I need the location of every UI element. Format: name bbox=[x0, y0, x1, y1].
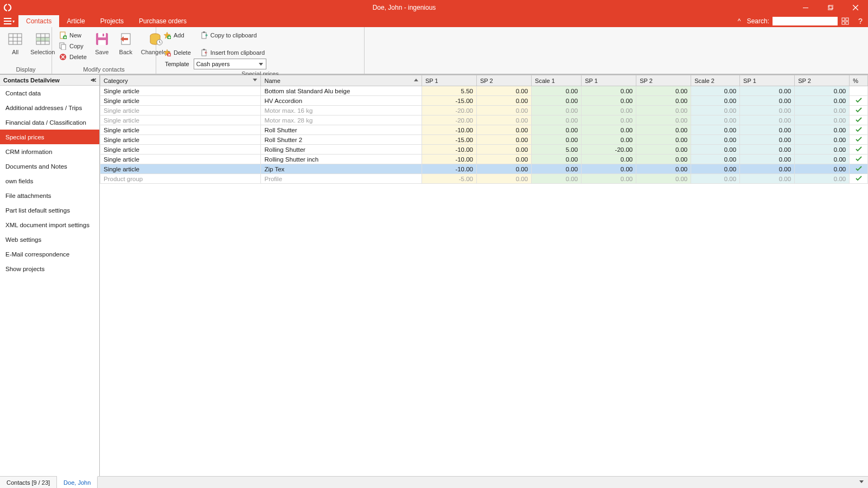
menu-tab-article[interactable]: Article bbox=[59, 15, 92, 27]
status-expand-button[interactable] bbox=[855, 477, 868, 488]
svg-rect-4 bbox=[829, 5, 833, 9]
sidebar-item-part-list-default-settings[interactable]: Part list default settings bbox=[0, 203, 99, 217]
menubar: ▾ ContactsArticleProjectsPurchase orders… bbox=[0, 15, 868, 27]
row-check-icon bbox=[850, 174, 868, 184]
new-button[interactable]: New bbox=[58, 30, 88, 40]
grid-header-0[interactable]: Category bbox=[100, 75, 261, 86]
sidebar-item-show-projects[interactable]: Show projects bbox=[0, 261, 99, 276]
svg-rect-14 bbox=[9, 34, 22, 44]
sidebar-item-special-prices[interactable]: Special prices bbox=[0, 130, 99, 144]
template-label: Template bbox=[165, 61, 189, 67]
window-close-button[interactable] bbox=[843, 0, 868, 15]
sidebar-item-e-mail-correspondence[interactable]: E-Mail correspondence bbox=[0, 247, 99, 261]
status-tab-1[interactable]: Doe, John bbox=[57, 476, 98, 488]
sidebar-item-file-attachments[interactable]: File attachments bbox=[0, 188, 99, 203]
table-row[interactable]: Single articleRolling Shutter-10.000.005… bbox=[100, 145, 868, 155]
svg-rect-35 bbox=[98, 33, 106, 37]
grid-header-10[interactable]: % bbox=[850, 75, 868, 86]
grid-header-6[interactable]: SP 2 bbox=[636, 75, 691, 86]
ribbon-group-display: All Selection Display bbox=[0, 27, 52, 74]
grid-header-7[interactable]: Scale 2 bbox=[691, 75, 740, 86]
template-select[interactable]: Cash payers bbox=[194, 59, 266, 69]
ribbon-group-special: Add Delete Copy to clipboard Insert from… bbox=[156, 27, 365, 74]
table-row[interactable]: Single articleRolling Shutter inch-10.00… bbox=[100, 155, 868, 164]
sidebar-item-crm-information[interactable]: CRM information bbox=[0, 144, 99, 159]
sidebar-item-xml-document-import-settings[interactable]: XML document import settings bbox=[0, 217, 99, 232]
table-row[interactable]: Single articleMotor max. 28 kg-20.000.00… bbox=[100, 115, 868, 125]
sidebar-item-financial-data-classification[interactable]: Financial data / Classification bbox=[0, 115, 99, 130]
window-restore-button[interactable] bbox=[818, 0, 843, 15]
svg-rect-37 bbox=[103, 34, 104, 36]
window-minimize-button[interactable] bbox=[793, 0, 818, 15]
svg-marker-55 bbox=[859, 480, 864, 483]
table-row[interactable]: Single articleRoll Shutter-10.000.000.00… bbox=[100, 125, 868, 135]
row-check-icon bbox=[850, 115, 868, 125]
row-check-icon bbox=[850, 125, 868, 135]
svg-rect-20 bbox=[36, 37, 49, 41]
app-logo bbox=[0, 0, 15, 15]
sidebar-item-web-settings[interactable]: Web settings bbox=[0, 232, 99, 247]
search-input[interactable] bbox=[773, 17, 838, 25]
table-row[interactable]: Product groupProfile-5.000.000.000.000.0… bbox=[100, 174, 868, 184]
table-row[interactable]: Single articleHV Accordion-15.000.000.00… bbox=[100, 96, 868, 106]
status-tab-0[interactable]: Contacts [9 / 23] bbox=[0, 477, 57, 488]
content-area: Contacts Detailview ≪ Contact dataAdditi… bbox=[0, 75, 868, 476]
sidebar: Contacts Detailview ≪ Contact dataAdditi… bbox=[0, 75, 100, 476]
svg-rect-9 bbox=[4, 23, 11, 24]
add-icon bbox=[163, 31, 171, 40]
help-button[interactable]: ? bbox=[853, 15, 868, 27]
svg-rect-10 bbox=[842, 18, 845, 21]
insert-clipboard-button[interactable]: Insert from clipboard bbox=[199, 48, 266, 57]
grid-header-1[interactable]: Name bbox=[261, 75, 422, 86]
back-button[interactable]: Back bbox=[114, 29, 138, 56]
menu-tab-contacts[interactable]: Contacts bbox=[18, 15, 59, 27]
save-icon bbox=[93, 30, 111, 48]
copy-button[interactable]: Copy bbox=[58, 41, 88, 51]
sidebar-item-own-fields[interactable]: own fields bbox=[0, 174, 99, 188]
sidebar-item-documents-and-notes[interactable]: Documents and Notes bbox=[0, 159, 99, 174]
grid-header-5[interactable]: SP 1 bbox=[582, 75, 636, 86]
display-all-button[interactable]: All bbox=[3, 29, 27, 56]
delete-button[interactable]: Delete bbox=[58, 52, 88, 62]
special-prices-grid[interactable]: CategoryNameSP 1SP 2Scale 1SP 1SP 2Scale… bbox=[100, 75, 868, 184]
special-delete-button[interactable]: Delete bbox=[162, 48, 192, 57]
window-title: Doe, John - ingenious bbox=[15, 4, 793, 11]
menu-tab-purchase-orders[interactable]: Purchase orders bbox=[131, 15, 194, 27]
copy-clipboard-button[interactable]: Copy to clipboard bbox=[199, 30, 266, 40]
new-icon bbox=[59, 31, 67, 40]
add-button[interactable]: Add bbox=[162, 30, 192, 40]
grid-icon bbox=[7, 30, 24, 48]
grid-header-2[interactable]: SP 1 bbox=[422, 75, 476, 86]
delete-star-icon bbox=[163, 48, 171, 57]
table-row[interactable]: Single articleMotor max. 16 kg-20.000.00… bbox=[100, 106, 868, 115]
svg-rect-2 bbox=[803, 8, 808, 8]
row-check-icon bbox=[850, 164, 868, 174]
titlebar: Doe, John - ingenious bbox=[0, 0, 868, 15]
grid-header-9[interactable]: SP 2 bbox=[795, 75, 850, 86]
row-check-icon bbox=[850, 135, 868, 145]
svg-rect-1 bbox=[7, 4, 8, 11]
svg-rect-11 bbox=[846, 18, 848, 21]
grid-header-3[interactable]: SP 2 bbox=[477, 75, 532, 86]
clipboard-insert-icon bbox=[200, 48, 208, 57]
grid-selection-icon bbox=[34, 30, 52, 48]
save-button[interactable]: Save bbox=[90, 29, 114, 56]
sidebar-collapse-icon[interactable]: ≪ bbox=[91, 77, 96, 83]
collapse-ribbon-button[interactable]: ^ bbox=[732, 15, 747, 27]
filter-dropdown-icon bbox=[253, 79, 257, 81]
row-check-icon bbox=[850, 145, 868, 155]
toolbar-icon[interactable] bbox=[838, 15, 853, 27]
delete-icon bbox=[59, 53, 67, 61]
list-menu-button[interactable]: ▾ bbox=[0, 15, 18, 27]
svg-rect-3 bbox=[828, 6, 832, 10]
menu-tab-projects[interactable]: Projects bbox=[93, 15, 131, 27]
grid-header-8[interactable]: SP 1 bbox=[740, 75, 795, 86]
svg-rect-12 bbox=[842, 22, 845, 24]
sidebar-item-contact-data[interactable]: Contact data bbox=[0, 86, 99, 100]
sidebar-item-additional-addresses-trips[interactable]: Additional addresses / Trips bbox=[0, 100, 99, 115]
grid-header-4[interactable]: Scale 1 bbox=[532, 75, 582, 86]
svg-rect-36 bbox=[98, 40, 106, 45]
table-row[interactable]: Single articleBottom slat Standard Alu b… bbox=[100, 86, 868, 96]
table-row[interactable]: Single articleRoll Shutter 2-15.000.000.… bbox=[100, 135, 868, 145]
table-row[interactable]: Single articleZip Tex-10.000.000.000.000… bbox=[100, 164, 868, 174]
